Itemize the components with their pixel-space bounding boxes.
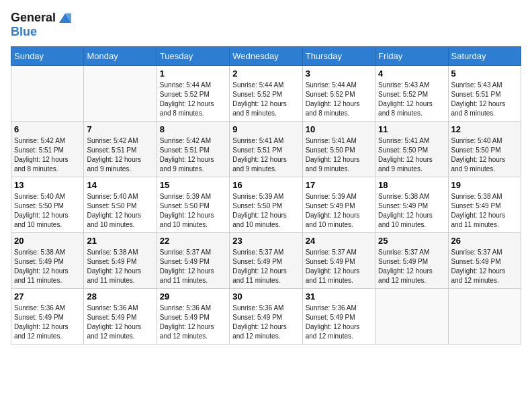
day-cell: 1Sunrise: 5:44 AMSunset: 5:52 PMDaylight…: [157, 66, 229, 122]
day-number: 21: [87, 236, 153, 246]
week-row-3: 20Sunrise: 5:38 AMSunset: 5:49 PMDayligh…: [11, 233, 521, 289]
day-number: 17: [306, 180, 372, 190]
week-row-4: 27Sunrise: 5:36 AMSunset: 5:49 PMDayligh…: [11, 289, 521, 345]
day-number: 12: [451, 124, 518, 134]
day-info: Sunrise: 5:37 AMSunset: 5:49 PMDaylight:…: [232, 248, 299, 285]
day-info: Sunrise: 5:40 AMSunset: 5:50 PMDaylight:…: [451, 136, 518, 174]
day-number: 19: [451, 180, 518, 190]
logo-line1: General: [11, 11, 71, 25]
day-number: 15: [160, 180, 226, 190]
day-info: Sunrise: 5:36 AMSunset: 5:49 PMDaylight:…: [14, 304, 81, 341]
logo-text-block: General Blue: [11, 11, 71, 38]
day-info: Sunrise: 5:36 AMSunset: 5:49 PMDaylight:…: [160, 304, 226, 341]
day-cell: 6Sunrise: 5:42 AMSunset: 5:51 PMDaylight…: [11, 122, 84, 177]
day-number: 8: [160, 124, 226, 134]
day-number: 20: [14, 236, 81, 246]
day-cell: 25Sunrise: 5:37 AMSunset: 5:49 PMDayligh…: [375, 233, 448, 289]
day-cell: 2Sunrise: 5:44 AMSunset: 5:52 PMDaylight…: [230, 66, 302, 122]
day-cell: 27Sunrise: 5:36 AMSunset: 5:49 PMDayligh…: [11, 289, 84, 345]
day-cell: 16Sunrise: 5:39 AMSunset: 5:50 PMDayligh…: [230, 177, 302, 233]
day-info: Sunrise: 5:37 AMSunset: 5:49 PMDaylight:…: [160, 248, 226, 285]
day-info: Sunrise: 5:43 AMSunset: 5:52 PMDaylight:…: [378, 81, 445, 118]
day-cell: 20Sunrise: 5:38 AMSunset: 5:49 PMDayligh…: [11, 233, 84, 289]
header-cell-tuesday: Tuesday: [157, 47, 229, 66]
day-info: Sunrise: 5:39 AMSunset: 5:49 PMDaylight:…: [306, 192, 372, 230]
day-cell: [375, 289, 448, 345]
day-number: 11: [378, 124, 445, 134]
day-info: Sunrise: 5:36 AMSunset: 5:49 PMDaylight:…: [232, 304, 299, 341]
logo-line2: Blue: [11, 25, 71, 39]
day-info: Sunrise: 5:44 AMSunset: 5:52 PMDaylight:…: [232, 81, 299, 118]
day-info: Sunrise: 5:39 AMSunset: 5:50 PMDaylight:…: [232, 192, 299, 230]
day-number: 25: [378, 236, 445, 246]
day-info: Sunrise: 5:43 AMSunset: 5:51 PMDaylight:…: [451, 81, 518, 118]
day-info: Sunrise: 5:37 AMSunset: 5:49 PMDaylight:…: [378, 248, 445, 285]
day-cell: 23Sunrise: 5:37 AMSunset: 5:49 PMDayligh…: [230, 233, 302, 289]
header-cell-wednesday: Wednesday: [230, 47, 302, 66]
week-row-0: 1Sunrise: 5:44 AMSunset: 5:52 PMDaylight…: [11, 66, 521, 122]
day-number: 30: [232, 291, 299, 302]
day-info: Sunrise: 5:38 AMSunset: 5:49 PMDaylight:…: [451, 192, 518, 230]
day-cell: 9Sunrise: 5:41 AMSunset: 5:51 PMDaylight…: [230, 122, 302, 177]
day-cell: 7Sunrise: 5:42 AMSunset: 5:51 PMDaylight…: [84, 122, 157, 177]
day-number: 23: [232, 236, 299, 246]
day-cell: 14Sunrise: 5:40 AMSunset: 5:50 PMDayligh…: [84, 177, 157, 233]
day-info: Sunrise: 5:44 AMSunset: 5:52 PMDaylight:…: [306, 81, 372, 118]
day-info: Sunrise: 5:37 AMSunset: 5:49 PMDaylight:…: [306, 248, 372, 285]
day-cell: 26Sunrise: 5:37 AMSunset: 5:49 PMDayligh…: [448, 233, 521, 289]
day-info: Sunrise: 5:36 AMSunset: 5:49 PMDaylight:…: [306, 304, 372, 341]
day-cell: 3Sunrise: 5:44 AMSunset: 5:52 PMDaylight…: [302, 66, 375, 122]
day-cell: 30Sunrise: 5:36 AMSunset: 5:49 PMDayligh…: [230, 289, 302, 345]
day-cell: 4Sunrise: 5:43 AMSunset: 5:52 PMDaylight…: [375, 66, 448, 122]
day-info: Sunrise: 5:41 AMSunset: 5:50 PMDaylight:…: [378, 136, 445, 174]
header-cell-sunday: Sunday: [11, 47, 84, 66]
day-info: Sunrise: 5:42 AMSunset: 5:51 PMDaylight:…: [87, 136, 153, 174]
day-info: Sunrise: 5:37 AMSunset: 5:49 PMDaylight:…: [451, 248, 518, 285]
day-info: Sunrise: 5:40 AMSunset: 5:50 PMDaylight:…: [14, 192, 81, 230]
day-cell: [448, 289, 521, 345]
header: General Blue: [11, 11, 521, 38]
day-number: 4: [378, 68, 445, 79]
day-number: 3: [306, 68, 372, 79]
header-row: SundayMondayTuesdayWednesdayThursdayFrid…: [11, 47, 521, 66]
day-cell: 28Sunrise: 5:36 AMSunset: 5:49 PMDayligh…: [84, 289, 157, 345]
day-info: Sunrise: 5:38 AMSunset: 5:49 PMDaylight:…: [14, 248, 81, 285]
week-row-2: 13Sunrise: 5:40 AMSunset: 5:50 PMDayligh…: [11, 177, 521, 233]
day-number: 29: [160, 291, 226, 302]
day-cell: 8Sunrise: 5:42 AMSunset: 5:51 PMDaylight…: [157, 122, 229, 177]
day-cell: 18Sunrise: 5:38 AMSunset: 5:49 PMDayligh…: [375, 177, 448, 233]
day-cell: 13Sunrise: 5:40 AMSunset: 5:50 PMDayligh…: [11, 177, 84, 233]
day-cell: 17Sunrise: 5:39 AMSunset: 5:49 PMDayligh…: [302, 177, 375, 233]
day-number: 5: [451, 68, 518, 79]
day-info: Sunrise: 5:41 AMSunset: 5:50 PMDaylight:…: [306, 136, 372, 174]
logo: General Blue: [11, 11, 71, 38]
day-info: Sunrise: 5:44 AMSunset: 5:52 PMDaylight:…: [160, 81, 226, 118]
day-number: 26: [451, 236, 518, 246]
day-number: 16: [232, 180, 299, 190]
day-number: 1: [160, 68, 226, 79]
day-cell: 12Sunrise: 5:40 AMSunset: 5:50 PMDayligh…: [448, 122, 521, 177]
day-number: 7: [87, 124, 153, 134]
day-info: Sunrise: 5:40 AMSunset: 5:50 PMDaylight:…: [87, 192, 153, 230]
day-info: Sunrise: 5:41 AMSunset: 5:51 PMDaylight:…: [232, 136, 299, 174]
day-number: 28: [87, 291, 153, 302]
day-info: Sunrise: 5:36 AMSunset: 5:49 PMDaylight:…: [87, 304, 153, 341]
header-cell-thursday: Thursday: [302, 47, 375, 66]
day-info: Sunrise: 5:38 AMSunset: 5:49 PMDaylight:…: [87, 248, 153, 285]
day-cell: 29Sunrise: 5:36 AMSunset: 5:49 PMDayligh…: [157, 289, 229, 345]
day-number: 22: [160, 236, 226, 246]
week-row-1: 6Sunrise: 5:42 AMSunset: 5:51 PMDaylight…: [11, 122, 521, 177]
day-cell: 21Sunrise: 5:38 AMSunset: 5:49 PMDayligh…: [84, 233, 157, 289]
day-cell: 24Sunrise: 5:37 AMSunset: 5:49 PMDayligh…: [302, 233, 375, 289]
day-number: 24: [306, 236, 372, 246]
day-number: 31: [306, 291, 372, 302]
day-number: 27: [14, 291, 81, 302]
day-number: 6: [14, 124, 81, 134]
day-cell: 15Sunrise: 5:39 AMSunset: 5:50 PMDayligh…: [157, 177, 229, 233]
day-cell: 5Sunrise: 5:43 AMSunset: 5:51 PMDaylight…: [448, 66, 521, 122]
day-cell: 11Sunrise: 5:41 AMSunset: 5:50 PMDayligh…: [375, 122, 448, 177]
day-info: Sunrise: 5:39 AMSunset: 5:50 PMDaylight:…: [160, 192, 226, 230]
day-number: 10: [306, 124, 372, 134]
day-number: 2: [232, 68, 299, 79]
day-cell: 22Sunrise: 5:37 AMSunset: 5:49 PMDayligh…: [157, 233, 229, 289]
